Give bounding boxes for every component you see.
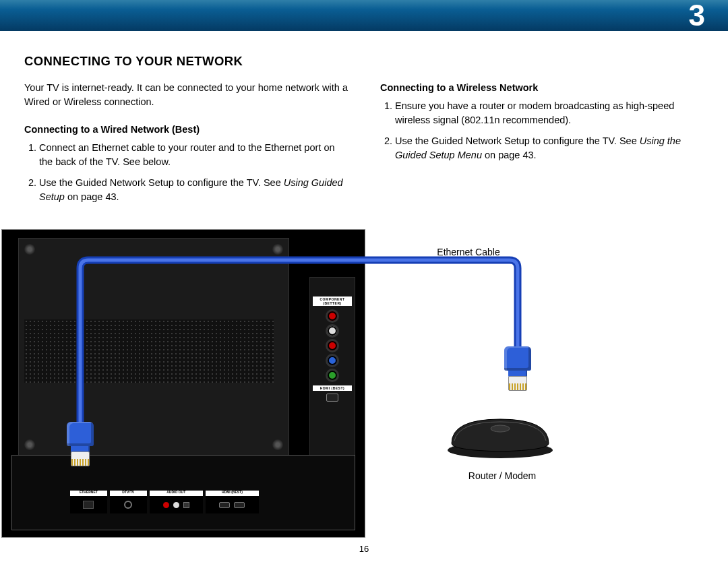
component-port-label: COMPONENT (BETTER) xyxy=(313,296,352,306)
ethernet-jack-icon xyxy=(83,501,94,509)
left-column: Your TV is internet-ready. It can be con… xyxy=(24,81,348,211)
wired-step-1: Connect an Ethernet cable to your router… xyxy=(39,141,348,169)
screw-icon xyxy=(24,244,35,255)
optical-icon xyxy=(183,502,189,508)
ethernet-port: ETHERNET xyxy=(70,491,107,513)
wireless-steps: Ensure you have a router or modem broadc… xyxy=(380,99,704,162)
hdmi-bottom-port: HDMI (BEST) xyxy=(206,491,259,513)
screw-icon xyxy=(24,439,35,450)
rj45-plug-router-side xyxy=(504,346,531,385)
wireless-step2-text-b: on page 43. xyxy=(482,150,537,160)
audio-white-icon xyxy=(173,502,179,508)
rca-red-icon xyxy=(328,311,337,321)
two-column-body: Your TV is internet-ready. It can be con… xyxy=(24,81,704,211)
section-title: CONNECTING TO YOUR NETWORK xyxy=(24,54,704,69)
dtv-port: DTV/TV xyxy=(110,491,147,513)
hdmi-side-port-icon xyxy=(326,394,338,402)
hdmi1-icon xyxy=(219,502,230,508)
router-modem-label: Router / Modem xyxy=(445,470,559,481)
connection-diagram: COMPONENT (BETTER) HDMI (BEST) ETHERNET … xyxy=(0,228,728,551)
side-port-column: COMPONENT (BETTER) HDMI (BEST) xyxy=(309,277,355,458)
screw-icon xyxy=(272,439,283,450)
rj45-plug-tv-side xyxy=(67,422,94,461)
chapter-header-bar xyxy=(0,0,728,31)
svg-point-1 xyxy=(491,425,510,432)
hdmi-bottom-port-label: HDMI (BEST) xyxy=(222,490,243,494)
bottom-port-row: ETHERNET DTV/TV AUDIO OUT HDMI (B xyxy=(70,491,259,513)
wired-step2-text-a: Use the Guided Network Setup to configur… xyxy=(39,177,284,188)
chapter-number: 3 xyxy=(689,0,705,31)
audio-out-port-label: AUDIO OUT xyxy=(166,490,185,494)
tv-lower-bezel: ETHERNET DTV/TV AUDIO OUT HDMI (B xyxy=(11,455,355,530)
intro-paragraph: Your TV is internet-ready. It can be con… xyxy=(24,81,348,109)
wired-step-2: Use the Guided Network Setup to configur… xyxy=(39,176,348,204)
wired-step2-text-b: on page 43. xyxy=(65,191,119,202)
tv-panel-inset xyxy=(18,238,289,456)
wired-heading: Connecting to a Wired Network (Best) xyxy=(24,123,348,137)
wireless-step2-text-a: Use the Guided Network Setup to configur… xyxy=(395,135,640,146)
rca-green-icon xyxy=(328,371,337,380)
audio-out-port: AUDIO OUT xyxy=(150,491,203,513)
speaker-grille xyxy=(24,319,274,383)
ethernet-cable-label: Ethernet Cable xyxy=(411,247,526,257)
wireless-step-2: Use the Guided Network Setup to configur… xyxy=(395,134,704,162)
hdmi-side-port-label: HDMI (BEST) xyxy=(313,385,352,391)
wireless-step-1: Ensure you have a router or modem broadc… xyxy=(395,99,704,127)
right-column: Connecting to a Wireless Network Ensure … xyxy=(380,81,704,211)
rca-white-icon xyxy=(328,326,337,336)
page-number: 16 xyxy=(359,544,369,554)
tv-back-panel: COMPONENT (BETTER) HDMI (BEST) ETHERNET … xyxy=(1,229,365,538)
wireless-heading: Connecting to a Wireless Network xyxy=(380,81,704,95)
hdmi2-icon xyxy=(234,502,245,508)
router-modem-illustration xyxy=(445,414,555,458)
ethernet-port-label: ETHERNET xyxy=(80,490,98,494)
wired-steps: Connect an Ethernet cable to your router… xyxy=(24,141,348,204)
audio-red-icon xyxy=(163,502,169,508)
rca-red2-icon xyxy=(328,341,337,350)
dtv-port-label: DTV/TV xyxy=(122,490,134,494)
coax-icon xyxy=(124,501,132,509)
rca-blue-icon xyxy=(328,356,337,365)
page-content: CONNECTING TO YOUR NETWORK Your TV is in… xyxy=(0,31,728,211)
screw-icon xyxy=(272,244,283,255)
